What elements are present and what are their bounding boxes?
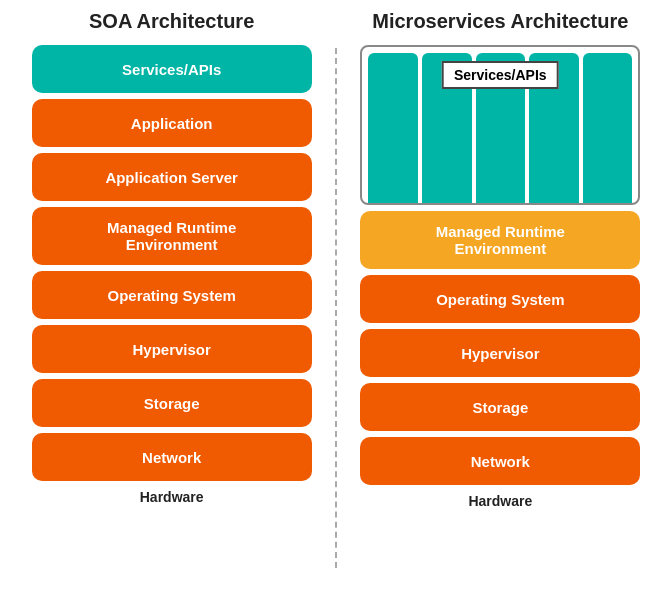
micro-services-label: Services/APIs — [442, 61, 559, 89]
soa-layer-app-server: Application Server — [32, 153, 312, 201]
soa-title: SOA Architecture — [89, 10, 254, 33]
soa-layer-storage: Storage — [32, 379, 312, 427]
micro-col-1 — [368, 53, 418, 203]
soa-layer-application: Application — [32, 99, 312, 147]
micro-layer-network: Network — [360, 437, 640, 485]
micro-hardware-label: Hardware — [468, 493, 532, 509]
micro-column: Microservices Architecture Services/APIs… — [360, 10, 640, 568]
micro-layer-os: Operating System — [360, 275, 640, 323]
micro-layer-storage: Storage — [360, 383, 640, 431]
micro-title: Microservices Architecture — [372, 10, 628, 33]
soa-layer-services: Services/APIs — [32, 45, 312, 93]
soa-column: SOA Architecture Services/APIs Applicati… — [32, 10, 312, 568]
soa-stack: Services/APIs Application Application Se… — [32, 45, 312, 481]
micro-col-5 — [583, 53, 633, 203]
micro-layer-hypervisor: Hypervisor — [360, 329, 640, 377]
soa-layer-network: Network — [32, 433, 312, 481]
micro-top-section: Services/APIs — [360, 45, 640, 205]
soa-layer-runtime: Managed RuntimeEnvironment — [32, 207, 312, 265]
soa-hardware-label: Hardware — [140, 489, 204, 505]
column-divider — [335, 48, 337, 568]
main-container: SOA Architecture Services/APIs Applicati… — [20, 10, 652, 568]
soa-layer-os: Operating System — [32, 271, 312, 319]
micro-layer-runtime: Managed RuntimeEnvironment — [360, 211, 640, 269]
soa-layer-hypervisor: Hypervisor — [32, 325, 312, 373]
micro-stack: Managed RuntimeEnvironment Operating Sys… — [360, 211, 640, 485]
micro-columns-wrapper: Services/APIs — [360, 45, 640, 205]
